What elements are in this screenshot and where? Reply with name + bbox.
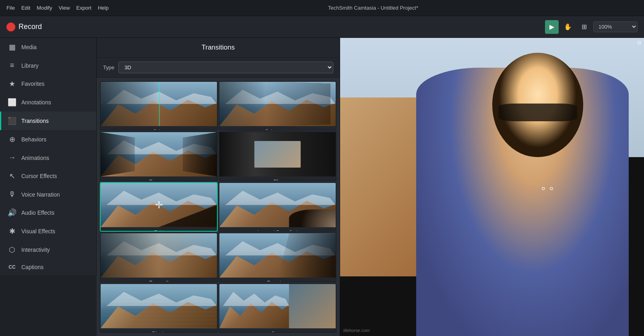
transition-doorway-thumb: [101, 132, 217, 176]
transition-flip-thumb: [219, 132, 336, 176]
sidebar-label-animations: Animations: [21, 155, 49, 161]
menu-modify[interactable]: Modify: [37, 5, 52, 11]
transition-swap-label: Swap: [219, 328, 336, 333]
voice-narration-icon: 🎙: [8, 190, 17, 199]
sidebar-item-cursor-effects[interactable]: ↖ Cursor Effects: [0, 167, 96, 185]
transition-inverted-page-curl-thumb: [219, 183, 336, 227]
transition-cube-rotate-label: Cube rotate: [219, 126, 336, 131]
transitions-icon: ⬛: [8, 116, 17, 125]
sidebar-label-audio-effects: Audio Effects: [21, 209, 54, 216]
sidebar-wrapper: ▦ Media ≡ Library ★ Favorites ⬜ Annotati…: [0, 38, 97, 336]
sidebar-label-visual-effects: Visual Effects: [21, 228, 55, 234]
sidebar-item-captions[interactable]: CC Captions: [0, 259, 96, 275]
crop-tool-button[interactable]: ⊞: [577, 20, 591, 34]
toolbar-tools: ▶ ✋ ⊞ 100%: [545, 20, 638, 34]
transition-page-roll-label: Page roll: [101, 278, 217, 282]
menu-view[interactable]: View: [59, 5, 70, 11]
sidebar-item-transitions[interactable]: ⬛ Transitions: [0, 112, 96, 130]
transition-doorway[interactable]: Doorway: [100, 131, 218, 181]
sidebar-item-favorites[interactable]: ★ Favorites: [0, 75, 96, 93]
transition-swap-thumb: [219, 284, 336, 328]
sidebar-label-media: Media: [21, 44, 37, 50]
preview-corner-indicator: [638, 41, 641, 44]
transition-page-roll-thumb: [101, 233, 217, 278]
sidebar-item-visual-effects[interactable]: ✱ Visual Effects: [0, 222, 96, 241]
menu-help[interactable]: Help: [98, 5, 109, 11]
transition-ripple[interactable]: Ripple: [100, 283, 218, 333]
preview-dot-2: [550, 187, 553, 190]
app-title: TechSmith Camtasia - Untitled Project*: [328, 5, 418, 11]
sidebar-item-behaviors[interactable]: ⊕ Behaviors: [0, 130, 96, 149]
select-tool-button[interactable]: ▶: [545, 20, 559, 34]
sidebar-label-voice-narration: Voice Narration: [21, 191, 60, 198]
transition-inverted-page-curl-label: Inverted Page Curl: [219, 227, 336, 232]
transitions-grid: Cube Cube rotate Doorway: [97, 78, 340, 336]
sidebar-label-behaviors: Behaviors: [21, 136, 46, 143]
watermark: tilehorse.com: [343, 328, 369, 333]
sidebar-label-cursor-effects: Cursor Effects: [21, 173, 57, 179]
transition-page-roll[interactable]: Page roll: [100, 232, 218, 282]
transition-swap[interactable]: Swap: [219, 283, 336, 333]
transition-inverted-page-curl[interactable]: Inverted Page Curl: [219, 182, 336, 232]
type-filter-select[interactable]: 3D All Wipes Fade/Dissolve: [118, 62, 333, 73]
zoom-select[interactable]: 100%: [593, 21, 638, 32]
title-bar: File Edit Modify View Export Help TechSm…: [0, 0, 644, 16]
menu-bar: File Edit Modify View Export Help: [6, 5, 109, 11]
interactivity-icon: ⬡: [8, 245, 17, 254]
transition-page-turn-label: Page turn: [219, 278, 336, 282]
transition-cube-label: Cube: [101, 126, 217, 131]
sidebar-label-library: Library: [21, 62, 39, 69]
preview-dots: [542, 187, 553, 190]
transition-flip[interactable]: Flip: [219, 131, 336, 181]
title-bar-left: File Edit Modify View Export Help: [6, 5, 109, 11]
filter-label: Type: [103, 64, 114, 71]
annotations-icon: ⬜: [8, 98, 17, 107]
library-icon: ≡: [8, 61, 17, 70]
transition-doorway-label: Doorway: [101, 176, 217, 181]
record-label: Record: [19, 23, 42, 31]
sidebar-label-captions: Captions: [21, 264, 43, 270]
transition-fold-label: Fold: [101, 227, 217, 232]
sidebar-item-annotations[interactable]: ⬜ Annotations: [0, 93, 96, 112]
main-toolbar: Record ▶ ✋ ⊞ 100%: [0, 16, 644, 38]
record-dot: [6, 23, 15, 31]
transition-cube-thumb: [101, 82, 217, 126]
transition-page-turn-thumb: [219, 233, 336, 278]
sidebar-item-audio-effects[interactable]: 🔊 Audio Effects: [0, 203, 96, 222]
visual-effects-icon: ✱: [8, 227, 17, 236]
sidebar-item-library[interactable]: ≡ Library: [0, 56, 96, 75]
transition-cube-rotate[interactable]: Cube rotate: [219, 81, 336, 131]
sidebar-label-favorites: Favorites: [21, 81, 45, 87]
captions-icon: CC: [8, 264, 17, 270]
transition-fold[interactable]: ✛ Fold: [100, 182, 218, 232]
menu-export[interactable]: Export: [76, 5, 92, 11]
menu-edit[interactable]: Edit: [21, 5, 30, 11]
favorites-icon: ★: [8, 79, 17, 88]
sidebar-item-interactivity[interactable]: ⬡ Interactivity: [0, 241, 96, 259]
transition-page-turn[interactable]: Page turn: [219, 232, 336, 282]
panel-filter: Type 3D All Wipes Fade/Dissolve: [97, 58, 340, 78]
transition-ripple-label: Ripple: [101, 328, 217, 333]
sidebar-label-interactivity: Interactivity: [21, 247, 50, 253]
preview-dot-1: [542, 187, 545, 190]
move-cursor-icon: ✛: [155, 199, 163, 211]
transition-flip-label: Flip: [219, 176, 336, 181]
transition-cube-rotate-thumb: [219, 82, 336, 126]
panel-title: Transitions: [97, 38, 340, 58]
hand-tool-button[interactable]: ✋: [561, 20, 575, 34]
transitions-panel: Transitions Type 3D All Wipes Fade/Disso…: [97, 38, 340, 336]
record-button[interactable]: Record: [6, 23, 42, 31]
preview-area: tilehorse.com: [340, 38, 644, 336]
sidebar-label-transitions: Transitions: [21, 118, 49, 124]
transition-fold-thumb: ✛: [101, 183, 217, 227]
animations-icon: →: [8, 153, 17, 162]
transition-cube[interactable]: Cube: [100, 81, 218, 131]
sidebar-item-animations[interactable]: → Animations: [0, 149, 96, 167]
cursor-effects-icon: ↖: [8, 172, 17, 180]
sidebar-label-annotations: Annotations: [21, 99, 51, 106]
media-icon: ▦: [8, 43, 17, 52]
sidebar-item-voice-narration[interactable]: 🎙 Voice Narration: [0, 185, 96, 203]
sidebar-item-media[interactable]: ▦ Media: [0, 38, 96, 56]
menu-file[interactable]: File: [6, 5, 15, 11]
audio-effects-icon: 🔊: [8, 208, 17, 217]
